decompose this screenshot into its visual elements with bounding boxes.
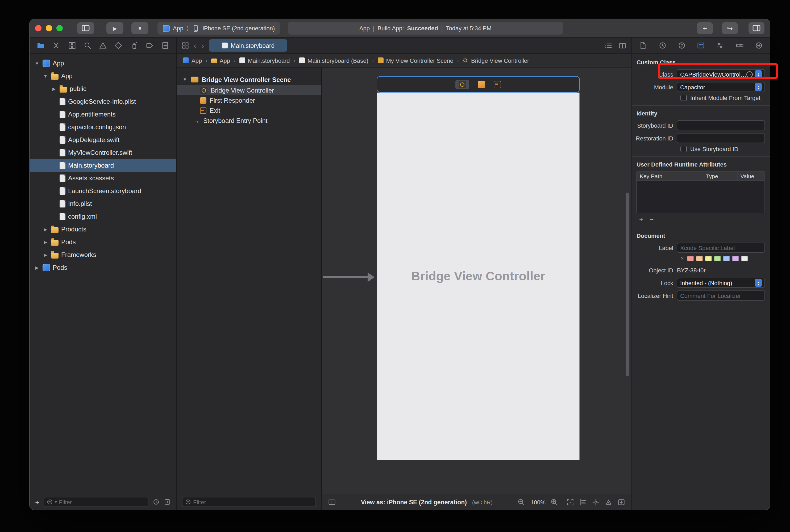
runtime-attributes-table[interactable]: Key Path Type Value (637, 171, 765, 213)
localizer-hint-field[interactable] (677, 290, 765, 301)
resolve-autolayout-icon[interactable] (605, 498, 613, 506)
report-navigator-tab[interactable] (161, 41, 169, 50)
outline-filter-field[interactable] (182, 497, 316, 507)
color-swatch-blue[interactable] (723, 255, 730, 261)
zoom-out-icon[interactable] (518, 498, 525, 506)
adjust-editor-icon[interactable] (605, 42, 613, 49)
tree-item-config-xml[interactable]: config.xml (30, 210, 176, 223)
tree-item-entitlements[interactable]: App.entitlements (30, 108, 176, 121)
use-storyboard-id-checkbox[interactable] (681, 146, 687, 152)
breadcrumb-main-storyboard-base[interactable]: Main.storyboard (Base) (299, 57, 368, 63)
connections-inspector-tab[interactable] (755, 41, 763, 50)
tree-item-assets[interactable]: Assets.xcassets (30, 172, 176, 185)
module-dropdown-stepper[interactable]: ▴ ▾ (755, 83, 762, 91)
outline-item-exit[interactable]: Exit (177, 105, 321, 115)
breadcrumb-app-group[interactable]: App (211, 57, 230, 63)
tree-item-app-group[interactable]: ▼ App (30, 70, 176, 82)
breadcrumb-main-storyboard[interactable]: Main.storyboard (239, 57, 290, 63)
remove-attribute-button[interactable]: − (650, 215, 654, 224)
breadcrumb-view-controller[interactable]: Bridge View Controller (463, 57, 529, 63)
breadcrumb-scene[interactable]: My View Controller Scene (378, 57, 453, 63)
tree-item-frameworks[interactable]: ▶ Frameworks (30, 248, 176, 261)
add-editor-icon[interactable] (619, 42, 627, 49)
document-label-field[interactable] (677, 243, 765, 253)
restoration-id-field[interactable] (677, 133, 765, 143)
navigator-filter-field[interactable]: ▾ (44, 497, 149, 507)
inspector-toggle-button[interactable] (749, 22, 765, 34)
tree-item-appdelegate[interactable]: AppDelegate.swift (30, 134, 176, 146)
editor-options-button[interactable]: ↪ (722, 22, 738, 34)
outline-filter-input[interactable] (193, 499, 313, 505)
outline-item-entry-point[interactable]: → Storyboard Entry Point (177, 115, 321, 126)
tree-item-products[interactable]: ▶ Products (30, 223, 176, 236)
breadcrumb-app-project[interactable]: App (183, 57, 202, 63)
view-controller-view[interactable]: Bridge View Controller (377, 93, 580, 460)
stop-button[interactable]: ■ (131, 22, 149, 34)
vertical-scrollbar[interactable] (626, 193, 630, 376)
quick-help-inspector-tab[interactable]: ? (678, 41, 686, 50)
symbol-navigator-tab[interactable] (68, 41, 76, 50)
color-swatch-orange[interactable] (696, 255, 703, 261)
class-combo-field[interactable]: CAPBridgeViewControl… → ▴ ▾ (677, 69, 765, 79)
disclosure-closed-icon[interactable]: ▶ (42, 240, 49, 244)
bridge-view-controller-scene[interactable]: Bridge View Controller (377, 76, 580, 460)
attributes-inspector-tab[interactable] (716, 41, 724, 50)
outline-item-first-responder[interactable]: First Responder (177, 95, 321, 105)
back-button[interactable]: ‹ (194, 41, 197, 50)
jump-to-class-icon[interactable]: → (746, 71, 753, 77)
color-swatch-yellow[interactable] (705, 255, 712, 261)
class-dropdown-stepper[interactable]: ▴ ▾ (755, 70, 762, 78)
disclosure-closed-icon[interactable]: ▶ (42, 227, 49, 232)
runtime-attributes-empty-body[interactable] (637, 181, 765, 213)
zoom-window-button[interactable] (56, 25, 63, 32)
scm-status-filter-icon[interactable] (164, 498, 171, 506)
color-swatch-green[interactable] (714, 255, 721, 261)
module-combo-field[interactable]: Capacitor ▴ ▾ (677, 82, 765, 92)
identity-inspector-tab-selected[interactable] (697, 41, 705, 50)
scheme-selector[interactable]: App ⟩ iPhone SE (2nd generation) (157, 22, 280, 35)
tree-item-public[interactable]: ▶ public (30, 82, 176, 95)
source-control-tab[interactable] (52, 41, 60, 50)
run-button[interactable]: ▶ (107, 22, 123, 34)
tree-item-info-plist[interactable]: Info.plist (30, 197, 176, 210)
tree-item-pods-project[interactable]: ▶ Pods (30, 261, 176, 274)
view-controller-header-bar[interactable] (377, 76, 580, 93)
tree-item-myviewcontroller[interactable]: MyViewController.swift (30, 146, 176, 159)
canvas-area[interactable]: Bridge View Controller (322, 68, 632, 494)
tree-item-capacitor-config[interactable]: capacitor.config.json (30, 121, 176, 134)
test-navigator-tab[interactable] (115, 41, 123, 50)
exit-icon[interactable] (494, 81, 501, 88)
file-inspector-tab[interactable] (639, 41, 647, 50)
navigator-filter-input[interactable] (59, 499, 145, 505)
forward-button[interactable]: › (201, 41, 204, 50)
outline-scene-header[interactable]: ▼ Bridge View Controller Scene (177, 74, 321, 85)
outline-item-bridge-view-controller[interactable]: Bridge View Controller (177, 85, 321, 95)
recent-files-icon[interactable] (153, 498, 160, 506)
fit-canvas-icon[interactable] (567, 498, 574, 506)
color-swatch-purple[interactable] (732, 255, 739, 261)
project-navigator-tab[interactable] (37, 41, 45, 50)
storyboard-entry-point-arrow[interactable] (323, 271, 375, 285)
disclosure-closed-icon[interactable]: ▶ (51, 87, 57, 91)
tree-item-pods-group[interactable]: ▶ Pods (30, 236, 176, 248)
activity-view[interactable]: App | Build App: Succeeded | Today at 5:… (288, 22, 563, 35)
disclosure-open-icon[interactable]: ▼ (34, 61, 40, 66)
disclosure-closed-icon[interactable]: ▶ (34, 265, 40, 270)
outline-toggle-icon[interactable] (328, 498, 336, 506)
add-file-button[interactable]: + (35, 498, 39, 506)
lock-dropdown[interactable]: Inherited - (Nothing) ▴ ▾ (677, 278, 765, 288)
minimize-window-button[interactable] (46, 25, 52, 32)
issue-navigator-tab[interactable] (99, 41, 107, 50)
zoom-level[interactable]: 100% (531, 499, 545, 505)
tree-item-app-project[interactable]: ▼ App (30, 57, 176, 70)
color-swatch-gray[interactable] (741, 255, 748, 261)
storyboard-id-field[interactable] (677, 120, 765, 130)
disclosure-open-icon[interactable]: ▼ (182, 77, 188, 82)
disclosure-open-icon[interactable]: ▼ (42, 74, 49, 78)
add-constraints-icon[interactable] (592, 498, 600, 506)
no-color-swatch[interactable]: × (681, 255, 684, 261)
debug-navigator-tab[interactable] (130, 41, 138, 50)
tree-item-googleservice-plist[interactable]: GoogleService-Info.plist (30, 95, 176, 108)
lock-dropdown-stepper[interactable]: ▴ ▾ (755, 279, 762, 287)
update-frames-icon[interactable] (618, 498, 625, 506)
